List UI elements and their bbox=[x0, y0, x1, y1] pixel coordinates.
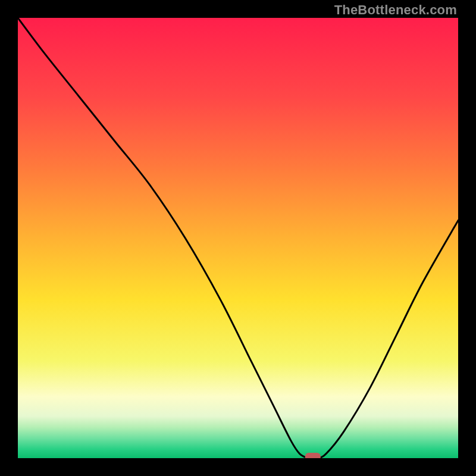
gradient-background bbox=[18, 18, 458, 458]
watermark-text: TheBottleneck.com bbox=[334, 2, 457, 18]
plot-area bbox=[18, 18, 458, 458]
chart-frame: TheBottleneck.com bbox=[0, 0, 476, 476]
optimal-marker bbox=[305, 453, 321, 458]
chart-svg bbox=[18, 18, 458, 458]
